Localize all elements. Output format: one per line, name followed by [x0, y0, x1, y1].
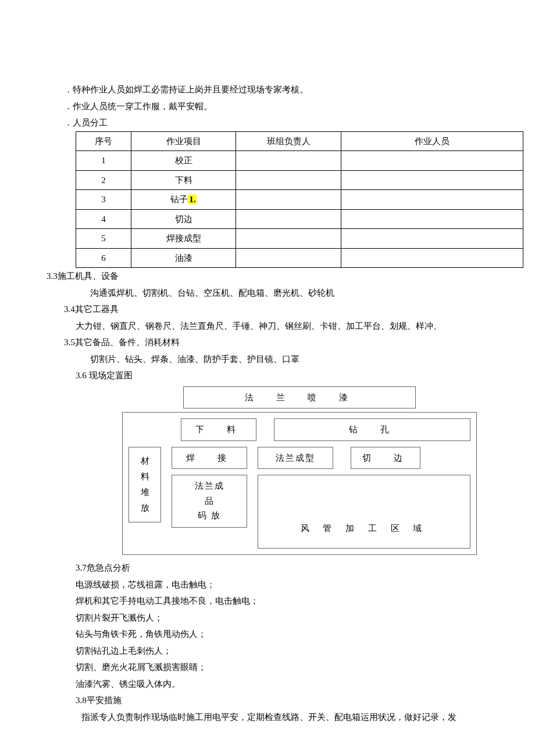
section-3-6-title: 3.6 现场定置图: [47, 367, 488, 384]
section-3-3-title: 3.3施工机具、设备: [47, 268, 488, 285]
section-3-5-title: 3.5其它备品、备件、消耗材料: [47, 334, 488, 351]
cell-staff: [341, 229, 523, 249]
diag-stack-line1: 法兰成: [174, 479, 244, 494]
table-header-row: 序号 作业项目 班组负责人 作业人员: [76, 131, 523, 151]
hazard-b: 焊机和其它手持电动工具接地不良，电击触电；: [47, 593, 488, 610]
diag-stack-line3: 码 放: [174, 508, 244, 524]
section-3-8-title: 3.8平安措施: [47, 692, 488, 709]
diag-spray-paint: 法 兰 喷 漆: [183, 386, 416, 409]
table-row: 4 切边: [76, 209, 523, 229]
th-seq: 序号: [76, 131, 131, 151]
table-row: 3 钻子1.: [76, 190, 523, 210]
diag-duct-area: 风 管 加 工 区 域: [258, 475, 470, 549]
section-3-4-body: 大力钳、钢直尺、钢卷尺、法兰直角尺、手锤、神刀、钢丝刷、卡钳、加工平台、划规、样…: [47, 318, 488, 335]
th-staff: 作业人员: [341, 131, 523, 151]
cell-lead: [236, 170, 341, 190]
cell-item: 钻子1.: [131, 190, 236, 210]
cell-seq: 6: [76, 248, 131, 268]
cell-item: 校正: [131, 151, 236, 171]
cell-seq: 4: [76, 209, 131, 229]
cell-staff: [341, 190, 523, 210]
cell-staff: [341, 209, 523, 229]
cell-seq: 5: [76, 229, 131, 249]
cell-seq: 3: [76, 190, 131, 210]
cell-lead: [236, 209, 341, 229]
division-table: 序号 作业项目 班组负责人 作业人员 1 校正 2 下料 3 钻子1. 4 切边: [76, 131, 523, 268]
cell-staff: [341, 151, 523, 171]
hazard-d: 钻头与角铁卡死，角铁甩动伤人；: [47, 626, 488, 643]
cell-item-pre: 钻子: [170, 195, 188, 204]
th-item: 作业项目: [131, 131, 236, 151]
cell-seq: 2: [76, 170, 131, 190]
cell-lead: [236, 151, 341, 171]
table-row: 5 焊接成型: [76, 229, 523, 249]
section-3-4-title: 3.4其它工器具: [47, 301, 488, 318]
bullet-special-workers: ．特种作业人员如焊工必需持证上岗并且要经过现场专家考核。: [47, 81, 488, 98]
diag-drilling: 钻 孔: [274, 418, 470, 441]
bullet-uniform: ．作业人员统一穿工作服，戴平安帽。: [47, 98, 488, 115]
cell-lead: [236, 190, 341, 210]
hazard-g: 油漆汽雾、锈尘吸入体内。: [47, 676, 488, 693]
cell-item: 下料: [131, 170, 236, 190]
diag-material-stack: 材 料 堆 放: [129, 447, 161, 522]
hazard-f: 切割、磨光火花屑飞溅损害眼睛；: [47, 659, 488, 676]
section-3-8-body: 指派专人负责制作现场临时施工用电平安，定期检查线路、开关、配电箱运用状况，做好记…: [47, 709, 488, 726]
diag-flange-form: 法兰成型: [258, 447, 333, 470]
diag-finished-stack: 法兰成 品 码 放: [172, 475, 247, 528]
hazard-c: 切割片裂开飞溅伤人；: [47, 610, 488, 626]
cell-item: 焊接成型: [131, 229, 236, 249]
th-lead: 班组负责人: [236, 131, 341, 151]
layout-diagram: 法 兰 喷 漆 下 料 钻 孔 材 料 堆 放 焊 接: [122, 386, 477, 556]
section-3-7-title: 3.7危急点分析: [47, 560, 488, 576]
cell-staff: [341, 248, 523, 268]
table-row: 1 校正: [76, 151, 523, 171]
cell-staff: [341, 170, 523, 190]
cell-lead: [236, 229, 341, 249]
table-row: 6 油漆: [76, 248, 523, 268]
diag-welding: 焊 接: [172, 447, 247, 470]
diag-duct-label: 风 管 加 工 区 域: [258, 520, 470, 537]
cell-lead: [236, 248, 341, 268]
diag-cutting: 下 料: [181, 418, 256, 441]
section-3-5-body: 切割片、钻头、焊条、油漆、防护手套、护目镜、口罩: [47, 351, 488, 368]
table-row: 2 下料: [76, 170, 523, 190]
diag-stack-line2: 品: [174, 494, 244, 509]
hazard-e: 切割钻孔边上毛刺伤人；: [47, 643, 488, 660]
section-3-3-body: 沟通弧焊机、切割机、台钻、空压机、配电箱、磨光机、砂轮机: [47, 285, 488, 302]
diag-outer-frame: 下 料 钻 孔 材 料 堆 放 焊 接 法兰成 品: [122, 412, 477, 555]
cell-item-highlight: 1.: [188, 195, 197, 204]
bullet-division: ．人员分工: [47, 114, 488, 131]
cell-item: 油漆: [131, 248, 236, 268]
hazard-a: 电源线破损，芯线祖露，电击触电；: [47, 576, 488, 593]
diag-trim: 切 边: [351, 447, 420, 470]
cell-item: 切边: [131, 209, 236, 229]
cell-seq: 1: [76, 151, 131, 171]
